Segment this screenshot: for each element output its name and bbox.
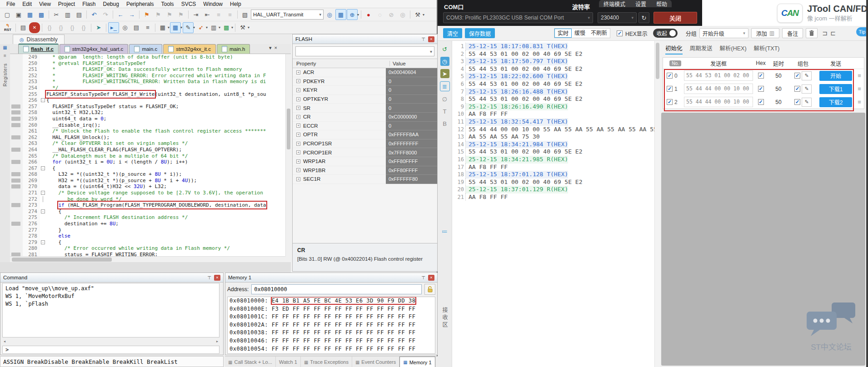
frame-input[interactable]: 55 44 53 01 00 02 00 40 [684,70,753,81]
log-line[interactable]: 2025-12-15 18:37:01.129 R(HEX) [452,186,654,193]
expand-icon[interactable]: + [296,106,300,110]
hex-checkbox[interactable]: ✓ [758,86,764,92]
breakpoint-gutter[interactable] [10,104,23,110]
code-line[interactable]: 250 * @retval FLASHIF_StatusTypeDef [10,60,285,67]
chevron-down-icon[interactable]: ▾ [180,25,182,30]
fold-minus-icon[interactable]: - [41,98,45,102]
text-mode-icon[interactable]: T [440,107,449,116]
code-line[interactable]: 268 L32 = *((uint32_t *)(p_source + 8U *… [10,171,285,178]
expand-icon[interactable]: + [296,133,300,137]
pack-checkbox[interactable]: ✓ [794,73,800,79]
send-tab-解析(TXT)[interactable]: 解析(TXT) [754,44,780,55]
log-line[interactable]: 455 44 53 01 00 02 00 40 69 5E E2 [452,65,654,73]
close-icon[interactable]: × [428,36,434,42]
breakpoint-gutter[interactable] [10,252,23,256]
breakpoint-gutter[interactable] [10,91,23,98]
breakpoint-gutter[interactable] [10,134,23,141]
tab-main.h[interactable]: main.h [217,44,250,54]
log-line[interactable]: 125-12-15 18:17:08.831 T(HEX) [452,43,654,50]
breakpoint-gutter[interactable] [10,73,23,79]
breakpoint-gutter[interactable] [10,122,23,129]
system-viewer-icon[interactable]: ▥ [208,22,219,33]
code-line[interactable]: 269 H32 = *((uint32_t *)(p_source + 8U *… [10,178,285,184]
baud-rate-select[interactable]: 230400 ▾ [598,12,637,23]
breakpoint-gutter[interactable] [10,233,23,239]
fold-column[interactable] [40,227,46,233]
breakpoint-gutter[interactable] [10,178,23,184]
log-line[interactable]: 1555 44 53 01 00 02 00 40 69 5E E2 [452,148,654,156]
register-row-OPTR[interactable]: +OPTR0xFFFFF8AA [293,130,437,139]
breakpoint-gutter[interactable] [10,159,23,165]
register-row-WRP1BR[interactable]: +WRP1BR0xFF80FFFF [293,166,437,175]
fold-column[interactable] [40,66,46,73]
scroll-right-icon[interactable]: ▸ [216,339,218,343]
code-line[interactable]: 263 /* Clear OPTVERR bit set on virgin s… [10,140,285,147]
tab-main.c[interactable]: main.c [129,44,162,54]
breakpoint-gutter[interactable] [10,85,23,91]
delete-button[interactable] [806,28,818,38]
memory-hex-dump[interactable]: 0x08010000: E4 1B B1 A5 FE BC 4E 53 E6 3… [227,297,435,354]
editor-vertical-scrollbar[interactable] [285,54,291,256]
fold-column[interactable]: - [40,97,46,104]
copy-icon[interactable]: ▥ [62,9,73,20]
zoom-icon[interactable]: ⊕ [347,9,358,20]
cut-icon[interactable]: ✂ [51,9,62,20]
bookmark-icon[interactable]: ⚑ [141,9,152,20]
breakpoint-gutter[interactable] [10,196,23,203]
hex-display-checkbox[interactable]: ✓ [617,30,623,36]
frame-input[interactable]: 55 44 44 00 00 10 00 00 [684,97,753,107]
register-row-PDKEYR[interactable]: +PDKEYR0 [293,77,437,86]
drag-handle-icon[interactable]: ≡ [854,99,865,105]
register-row-KEYR[interactable]: +KEYR0 [293,86,437,95]
dock-tab-trace-exceptions[interactable]: ▦Trace Exceptions [301,357,352,367]
fold-column[interactable] [40,122,46,129]
code-line[interactable]: 272 be done by word */ [10,196,285,203]
send-tab-周期发送[interactable]: 周期发送 [690,44,713,55]
refresh-mode-缓慢[interactable]: 缓慢 [572,29,588,38]
clear-log-icon[interactable]: ↺ [440,45,449,54]
menu-item-edit[interactable]: Edit [19,1,35,7]
log-line[interactable]: 655 44 53 01 00 02 00 40 69 5E E2 [452,80,654,88]
log-line[interactable]: 1125-12-15 18:32:54.417 T(HEX) [452,118,654,126]
fold-column[interactable] [40,178,46,184]
chevron-down-icon[interactable]: ▾ [357,13,359,17]
log-line[interactable]: 10AA F8 FF FF [452,110,654,118]
tab-list-icon[interactable]: ▾ [269,45,272,51]
fold-minus-icon[interactable]: - [41,209,45,213]
code-line[interactable]: 265 /* DataLength must be a multiple of … [10,153,285,159]
add-button[interactable]: 添加 ▥ [751,28,779,38]
code-line[interactable]: 280 /* Error occurred while writing data… [10,245,285,252]
navigate-forward-icon[interactable]: → [126,9,137,20]
dock-tab-call-stack-lo-[interactable]: ▦Call Stack + Lo... [225,357,276,367]
code-line[interactable]: 274- { [10,208,285,215]
run-to-line-icon[interactable]: ▤ [18,22,29,33]
comment-icon[interactable]: ≡ [213,9,224,20]
target-icon[interactable]: ◎ [397,9,408,20]
register-row-ECCR[interactable]: +ECCR0 [293,122,437,131]
fold-column[interactable] [40,60,46,67]
run-to-cursor-icon[interactable]: {} [78,22,89,33]
fold-column[interactable] [40,116,46,122]
close-port-button[interactable]: 关闭 [653,12,697,24]
frame-input[interactable]: 55 44 44 00 00 10 00 55 [684,84,753,94]
code-line[interactable]: 254 */ [10,85,285,91]
symbol-combo[interactable]: HAL_UART_Transmit ▾ [251,10,324,20]
register-row-OPTKEYR[interactable]: +OPTKEYR0 [293,95,437,104]
register-row-PCROP1SR[interactable]: +PCROP1SR0xFFFFFFFF [293,139,437,149]
fold-minus-icon[interactable]: - [41,166,45,170]
code-line[interactable]: 259 uint64_t data = 0; [10,116,285,122]
code-line[interactable]: 281 status = FLASHIF_WRITING_ERROR; [10,252,285,256]
chevron-down-icon[interactable]: ▾ [423,13,424,17]
edit-button[interactable]: ✎ [802,84,812,94]
prev-bookmark-icon[interactable]: ⚑ [153,9,164,20]
log-line[interactable]: 1955 44 53 01 00 02 00 40 69 5E E2 [452,179,654,186]
code-line[interactable]: 277 } [10,227,285,233]
save-data-button[interactable]: 保存数据 [465,28,495,38]
pin-icon[interactable]: ⊤ [421,37,425,42]
watch-window-icon[interactable]: ✎ [183,22,194,33]
breakpoint-gutter[interactable] [10,153,23,159]
log-line[interactable]: 1625-12-15 18:34:21.985 R(HEX) [452,156,654,164]
hide-icon[interactable]: ∅ [440,94,449,104]
row-checkbox[interactable]: ✓ [667,99,673,105]
grid-icon[interactable]: ▦ [335,9,346,20]
